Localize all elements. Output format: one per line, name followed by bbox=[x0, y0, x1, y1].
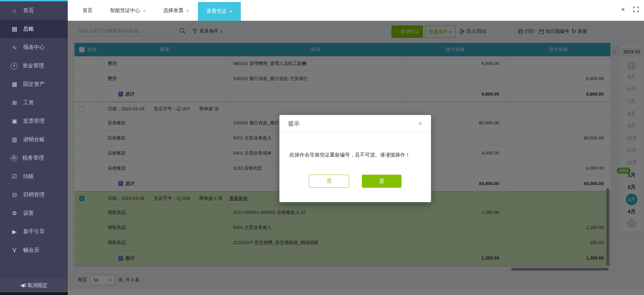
sidebar-item-label: 固定资产 bbox=[23, 81, 45, 88]
fullscreen-button[interactable] bbox=[629, 3, 642, 16]
building-icon: ▦ bbox=[11, 81, 18, 88]
sidebar-item-label: 总账 bbox=[23, 25, 34, 33]
window-close-button[interactable]: × bbox=[616, 3, 629, 16]
sidebar-item-general-ledger[interactable]: ▤总账 bbox=[0, 20, 68, 38]
tab-smart-voucher-center[interactable]: 智能凭证中心× bbox=[101, 0, 155, 21]
play-icon: ▶ bbox=[11, 228, 18, 235]
home-icon: ⌂ bbox=[11, 7, 18, 14]
sidebar-item-label: 新手引导 bbox=[23, 228, 45, 235]
archive-icon: ⊟ bbox=[11, 191, 18, 198]
unpin-sidebar-button[interactable]: ◀‖取消固定 bbox=[0, 278, 68, 292]
app-window: ⌂首页 ▤总账 ∿报表中心 ¥资金管理 ▦固定资产 ⊞工资 ▣发票管理 ▥进销台… bbox=[0, 0, 644, 295]
tax-icon: 税 bbox=[11, 155, 17, 162]
sidebar-item-settings[interactable]: ⚙设置 bbox=[0, 204, 68, 223]
sidebar-item-funds[interactable]: ¥资金管理 bbox=[0, 57, 68, 75]
dialog-close-icon[interactable]: × bbox=[418, 120, 422, 127]
sidebar-item-beginner-guide[interactable]: ▶新手引导 bbox=[0, 223, 68, 241]
dialog-title: 提示 bbox=[288, 120, 300, 127]
sidebar-item-label: 发票管理 bbox=[23, 118, 45, 125]
sidebar-item-label: 结账 bbox=[23, 173, 34, 180]
tab-select-invoice[interactable]: 选择发票× bbox=[155, 0, 198, 21]
sidebar-item-invoices[interactable]: ▣发票管理 bbox=[0, 112, 68, 130]
tab-home[interactable]: 首页 bbox=[74, 0, 101, 21]
money-bag-icon: ¥ bbox=[11, 63, 17, 69]
close-tab-icon[interactable]: × bbox=[186, 8, 189, 13]
tab-label: 首页 bbox=[83, 7, 93, 14]
confirm-dialog: 提示 × 此操作会导致凭证重新编号，且不可逆。请谨慎操作！ 否 是 bbox=[279, 115, 431, 202]
payroll-icon: ⊞ bbox=[11, 99, 18, 106]
fullscreen-icon bbox=[633, 7, 639, 12]
sidebar-item-closing[interactable]: ☑结账 bbox=[0, 167, 68, 186]
window-controls: × bbox=[616, 3, 642, 16]
ledger-icon: ▤ bbox=[11, 25, 18, 33]
tab-view-voucher[interactable]: 查看凭证× bbox=[198, 2, 241, 21]
sidebar-item-label: 工资 bbox=[23, 99, 34, 106]
sidebar-item-fixed-assets[interactable]: ▦固定资产 bbox=[0, 75, 68, 94]
unpin-label: 取消固定 bbox=[28, 282, 48, 289]
closing-icon: ☑ bbox=[11, 173, 18, 180]
sidebar: ⌂首页 ▤总账 ∿报表中心 ¥资金管理 ▦固定资产 ⊞工资 ▣发票管理 ▥进销台… bbox=[0, 0, 68, 295]
content-area: 更多条件 ∨ ＋ 新增凭证 批量操作 ∨ 导入/导出 打印 按日期编号 bbox=[68, 21, 644, 295]
tab-bar: 首页 智能凭证中心× 选择发票× 查看凭证× × bbox=[68, 0, 644, 21]
dialog-message: 此操作会导致凭证重新编号，且不可逆。请谨慎操作！ bbox=[279, 132, 431, 158]
sidebar-item-label: 设置 bbox=[23, 210, 34, 217]
invoice-icon: ▣ bbox=[11, 118, 18, 125]
sidebar-item-home[interactable]: ⌂首页 bbox=[0, 1, 68, 20]
sidebar-item-membership[interactable]: Ⅴ畅会员 bbox=[0, 241, 68, 259]
sidebar-item-payroll[interactable]: ⊞工资 bbox=[0, 94, 68, 112]
sidebar-item-archive[interactable]: ⊟归档管理 bbox=[0, 186, 68, 204]
sidebar-item-report-center[interactable]: ∿报表中心 bbox=[0, 38, 68, 57]
dialog-yes-button[interactable]: 是 bbox=[362, 175, 401, 188]
sidebar-item-label: 报表中心 bbox=[23, 44, 45, 51]
chart-icon: ∿ bbox=[11, 44, 18, 51]
vip-icon: Ⅴ bbox=[11, 247, 18, 254]
sidebar-item-label: 首页 bbox=[23, 7, 34, 14]
dialog-header: 提示 × bbox=[279, 115, 431, 132]
dialog-no-button[interactable]: 否 bbox=[309, 175, 349, 188]
sidebar-item-purchase-sales[interactable]: ▥进销台账 bbox=[0, 130, 68, 149]
sidebar-item-label: 归档管理 bbox=[23, 191, 45, 198]
sidebar-item-label: 畅会员 bbox=[23, 247, 39, 254]
sidebar-item-label: 进销台账 bbox=[23, 136, 45, 143]
tab-label: 查看凭证 bbox=[207, 8, 227, 14]
main-area: 首页 智能凭证中心× 选择发票× 查看凭证× × bbox=[68, 0, 644, 295]
sidebar-bottom-edge bbox=[0, 292, 68, 295]
sidebar-item-label: 税务管理 bbox=[22, 155, 44, 162]
close-tab-icon[interactable]: × bbox=[229, 8, 232, 14]
tab-label: 选择发票 bbox=[163, 7, 183, 14]
sidebar-item-label: 资金管理 bbox=[22, 62, 44, 69]
tab-label: 智能凭证中心 bbox=[110, 7, 140, 14]
close-tab-icon[interactable]: × bbox=[143, 8, 146, 13]
dialog-buttons: 否 是 bbox=[279, 175, 431, 188]
unpin-icon: ◀‖ bbox=[20, 282, 26, 288]
sidebar-item-tax[interactable]: 税税务管理 bbox=[0, 149, 68, 167]
gear-icon: ⚙ bbox=[11, 210, 18, 217]
ledger-book-icon: ▥ bbox=[11, 136, 18, 143]
